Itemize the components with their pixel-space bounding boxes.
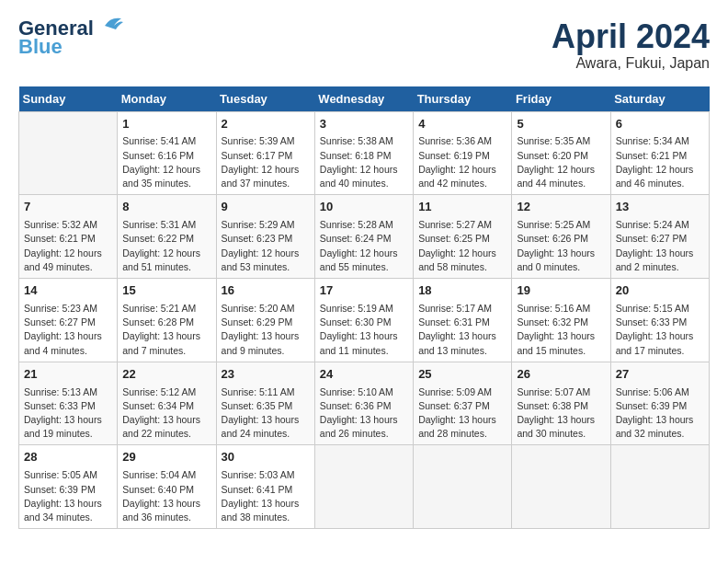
header-row: SundayMondayTuesdayWednesdayThursdayFrid… bbox=[19, 86, 710, 112]
day-info: Sunrise: 5:06 AM Sunset: 6:39 PM Dayligh… bbox=[616, 385, 704, 442]
day-number: 11 bbox=[418, 199, 506, 216]
day-number: 22 bbox=[122, 366, 210, 384]
col-header-tuesday: Tuesday bbox=[216, 86, 314, 112]
day-cell: 14Sunrise: 5:23 AM Sunset: 6:27 PM Dayli… bbox=[19, 279, 118, 362]
day-number: 27 bbox=[616, 366, 704, 384]
day-number: 16 bbox=[222, 282, 310, 300]
day-number: 8 bbox=[122, 199, 210, 216]
day-info: Sunrise: 5:29 AM Sunset: 6:23 PM Dayligh… bbox=[222, 218, 310, 274]
day-info: Sunrise: 5:16 AM Sunset: 6:32 PM Dayligh… bbox=[517, 302, 605, 358]
col-header-sunday: Sunday bbox=[19, 86, 118, 112]
day-number: 10 bbox=[320, 199, 408, 216]
week-row-4: 21Sunrise: 5:13 AM Sunset: 6:33 PM Dayli… bbox=[19, 362, 710, 445]
day-cell: 3Sunrise: 5:38 AM Sunset: 6:18 PM Daylig… bbox=[314, 111, 413, 195]
day-info: Sunrise: 5:24 AM Sunset: 6:27 PM Dayligh… bbox=[616, 218, 704, 274]
day-info: Sunrise: 5:15 AM Sunset: 6:33 PM Dayligh… bbox=[616, 302, 704, 358]
month-title: April 2024 bbox=[552, 18, 710, 55]
day-cell: 26Sunrise: 5:07 AM Sunset: 6:38 PM Dayli… bbox=[512, 362, 610, 445]
day-number: 18 bbox=[418, 282, 506, 300]
logo-blue-text: Blue bbox=[18, 35, 63, 59]
day-number: 7 bbox=[24, 199, 112, 216]
day-info: Sunrise: 5:28 AM Sunset: 6:24 PM Dayligh… bbox=[320, 218, 408, 274]
day-number: 12 bbox=[517, 199, 605, 216]
day-number: 13 bbox=[616, 199, 704, 216]
day-cell: 30Sunrise: 5:03 AM Sunset: 6:41 PM Dayli… bbox=[216, 445, 314, 529]
day-info: Sunrise: 5:05 AM Sunset: 6:39 PM Dayligh… bbox=[24, 468, 112, 524]
day-number: 2 bbox=[222, 116, 310, 133]
title-block: April 2024 Awara, Fukui, Japan bbox=[552, 18, 710, 72]
day-cell: 25Sunrise: 5:09 AM Sunset: 6:37 PM Dayli… bbox=[414, 362, 512, 445]
day-info: Sunrise: 5:11 AM Sunset: 6:35 PM Dayligh… bbox=[222, 385, 310, 442]
logo: General Blue bbox=[18, 18, 123, 59]
day-number: 3 bbox=[320, 116, 408, 133]
week-row-5: 28Sunrise: 5:05 AM Sunset: 6:39 PM Dayli… bbox=[19, 445, 710, 529]
location: Awara, Fukui, Japan bbox=[552, 55, 710, 72]
day-cell: 17Sunrise: 5:19 AM Sunset: 6:30 PM Dayli… bbox=[314, 279, 413, 362]
logo-bird-icon bbox=[97, 15, 123, 35]
day-number: 20 bbox=[616, 282, 704, 300]
day-number: 29 bbox=[122, 449, 210, 466]
day-cell bbox=[414, 445, 512, 529]
col-header-monday: Monday bbox=[118, 86, 216, 112]
day-number: 30 bbox=[222, 449, 310, 466]
day-cell: 19Sunrise: 5:16 AM Sunset: 6:32 PM Dayli… bbox=[512, 279, 610, 362]
day-info: Sunrise: 5:27 AM Sunset: 6:25 PM Dayligh… bbox=[418, 218, 506, 274]
day-number: 9 bbox=[222, 199, 310, 216]
day-cell: 28Sunrise: 5:05 AM Sunset: 6:39 PM Dayli… bbox=[19, 445, 118, 529]
day-number: 5 bbox=[517, 116, 605, 133]
day-number: 23 bbox=[222, 366, 310, 384]
day-info: Sunrise: 5:19 AM Sunset: 6:30 PM Dayligh… bbox=[320, 302, 408, 358]
day-cell: 11Sunrise: 5:27 AM Sunset: 6:25 PM Dayli… bbox=[414, 195, 512, 279]
calendar-table: SundayMondayTuesdayWednesdayThursdayFrid… bbox=[18, 86, 710, 530]
week-row-2: 7Sunrise: 5:32 AM Sunset: 6:21 PM Daylig… bbox=[19, 195, 710, 279]
col-header-saturday: Saturday bbox=[610, 86, 709, 112]
day-cell: 6Sunrise: 5:34 AM Sunset: 6:21 PM Daylig… bbox=[610, 111, 709, 195]
day-info: Sunrise: 5:17 AM Sunset: 6:31 PM Dayligh… bbox=[418, 302, 506, 358]
day-info: Sunrise: 5:25 AM Sunset: 6:26 PM Dayligh… bbox=[517, 218, 605, 274]
day-number: 21 bbox=[24, 366, 112, 384]
day-info: Sunrise: 5:03 AM Sunset: 6:41 PM Dayligh… bbox=[222, 468, 310, 524]
day-info: Sunrise: 5:12 AM Sunset: 6:34 PM Dayligh… bbox=[122, 385, 210, 442]
day-number: 24 bbox=[320, 366, 408, 384]
day-number: 26 bbox=[517, 366, 605, 384]
day-info: Sunrise: 5:07 AM Sunset: 6:38 PM Dayligh… bbox=[517, 385, 605, 442]
day-number: 19 bbox=[517, 282, 605, 300]
day-cell: 27Sunrise: 5:06 AM Sunset: 6:39 PM Dayli… bbox=[610, 362, 709, 445]
day-cell: 21Sunrise: 5:13 AM Sunset: 6:33 PM Dayli… bbox=[19, 362, 118, 445]
col-header-thursday: Thursday bbox=[414, 86, 512, 112]
day-cell: 5Sunrise: 5:35 AM Sunset: 6:20 PM Daylig… bbox=[512, 111, 610, 195]
day-cell bbox=[19, 111, 118, 195]
day-cell: 7Sunrise: 5:32 AM Sunset: 6:21 PM Daylig… bbox=[19, 195, 118, 279]
day-info: Sunrise: 5:39 AM Sunset: 6:17 PM Dayligh… bbox=[222, 134, 310, 190]
day-cell: 1Sunrise: 5:41 AM Sunset: 6:16 PM Daylig… bbox=[118, 111, 216, 195]
day-info: Sunrise: 5:21 AM Sunset: 6:28 PM Dayligh… bbox=[122, 302, 210, 358]
day-number: 1 bbox=[122, 116, 210, 133]
day-cell bbox=[512, 445, 610, 529]
day-cell: 18Sunrise: 5:17 AM Sunset: 6:31 PM Dayli… bbox=[414, 279, 512, 362]
day-cell: 13Sunrise: 5:24 AM Sunset: 6:27 PM Dayli… bbox=[610, 195, 709, 279]
day-info: Sunrise: 5:32 AM Sunset: 6:21 PM Dayligh… bbox=[24, 218, 112, 274]
day-cell: 4Sunrise: 5:36 AM Sunset: 6:19 PM Daylig… bbox=[414, 111, 512, 195]
day-number: 25 bbox=[418, 366, 506, 384]
page-header: General Blue April 2024 Awara, Fukui, Ja… bbox=[18, 18, 710, 72]
day-number: 28 bbox=[24, 449, 112, 466]
day-info: Sunrise: 5:09 AM Sunset: 6:37 PM Dayligh… bbox=[418, 385, 506, 442]
day-number: 17 bbox=[320, 282, 408, 300]
day-cell: 2Sunrise: 5:39 AM Sunset: 6:17 PM Daylig… bbox=[216, 111, 314, 195]
day-cell: 20Sunrise: 5:15 AM Sunset: 6:33 PM Dayli… bbox=[610, 279, 709, 362]
day-info: Sunrise: 5:10 AM Sunset: 6:36 PM Dayligh… bbox=[320, 385, 408, 442]
day-cell: 15Sunrise: 5:21 AM Sunset: 6:28 PM Dayli… bbox=[118, 279, 216, 362]
day-info: Sunrise: 5:23 AM Sunset: 6:27 PM Dayligh… bbox=[24, 302, 112, 358]
day-cell: 29Sunrise: 5:04 AM Sunset: 6:40 PM Dayli… bbox=[118, 445, 216, 529]
week-row-1: 1Sunrise: 5:41 AM Sunset: 6:16 PM Daylig… bbox=[19, 111, 710, 195]
day-info: Sunrise: 5:36 AM Sunset: 6:19 PM Dayligh… bbox=[418, 134, 506, 190]
day-number: 4 bbox=[418, 116, 506, 133]
day-info: Sunrise: 5:31 AM Sunset: 6:22 PM Dayligh… bbox=[122, 218, 210, 274]
col-header-friday: Friday bbox=[512, 86, 610, 112]
col-header-wednesday: Wednesday bbox=[314, 86, 413, 112]
day-cell bbox=[314, 445, 413, 529]
day-cell: 16Sunrise: 5:20 AM Sunset: 6:29 PM Dayli… bbox=[216, 279, 314, 362]
day-number: 15 bbox=[122, 282, 210, 300]
day-cell: 22Sunrise: 5:12 AM Sunset: 6:34 PM Dayli… bbox=[118, 362, 216, 445]
day-info: Sunrise: 5:13 AM Sunset: 6:33 PM Dayligh… bbox=[24, 385, 112, 442]
